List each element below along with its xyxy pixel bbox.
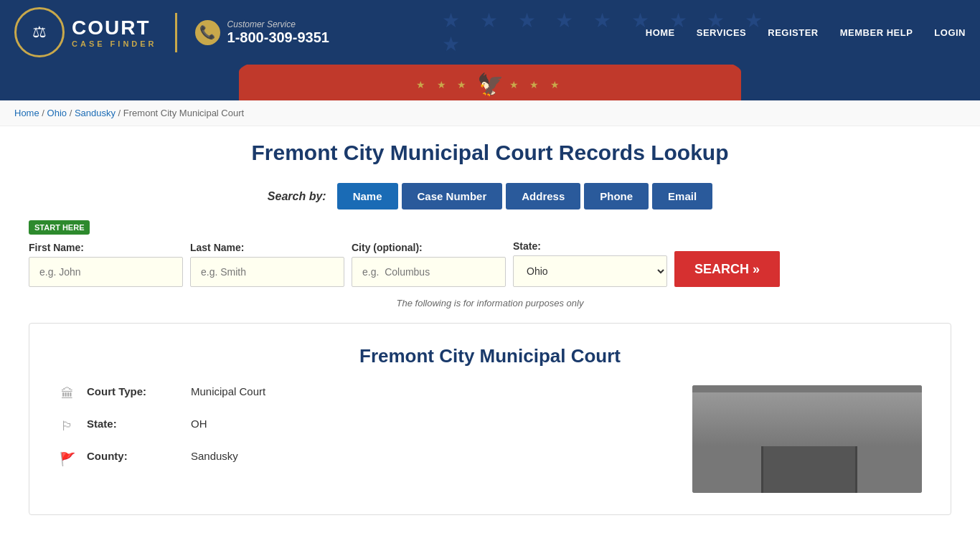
eagle-icon: 🦅	[477, 72, 504, 97]
city-label: City (optional):	[352, 242, 506, 253]
tab-email[interactable]: Email	[652, 183, 712, 209]
court-type-icon: 🏛	[58, 387, 76, 402]
logo-text: COURT CASE FINDER	[72, 17, 157, 48]
state-label-detail: State:	[87, 418, 180, 430]
city-group: City (optional):	[352, 242, 506, 287]
state-select[interactable]: Ohio Alabama Alaska Arizona California	[513, 255, 667, 287]
county-label: County:	[87, 450, 180, 462]
start-here-badge: START HERE	[29, 220, 90, 235]
stars-left: ★ ★ ★	[416, 79, 471, 90]
detail-row-type: 🏛 Court Type: Municipal Court	[58, 385, 664, 402]
breadcrumb-home[interactable]: Home	[14, 108, 39, 118]
building-image	[692, 385, 922, 493]
nav-login[interactable]: LOGIN	[934, 27, 966, 38]
court-type-label: Court Type:	[87, 385, 180, 397]
breadcrumb-sandusky[interactable]: Sandusky	[75, 108, 116, 118]
site-header: ⚖ COURT CASE FINDER 📞 Customer Service 1…	[0, 0, 980, 65]
page-title: Fremont City Municipal Court Records Loo…	[29, 141, 951, 165]
detail-row-county: 🚩 County: Sandusky	[58, 450, 664, 467]
tab-address[interactable]: Address	[506, 183, 580, 209]
court-info-box: Fremont City Municipal Court 🏛 Court Typ…	[29, 323, 951, 515]
first-name-input[interactable]	[29, 257, 183, 287]
court-details: 🏛 Court Type: Municipal Court 🏳 State: O…	[58, 385, 922, 493]
county-icon: 🚩	[58, 451, 76, 467]
breadcrumb: Home / Ohio / Sandusky / Fremont City Mu…	[0, 100, 980, 126]
search-button[interactable]: SEARCH »	[674, 251, 780, 287]
search-by-row: Search by: Name Case Number Address Phon…	[29, 183, 951, 209]
last-name-label: Last Name:	[190, 242, 344, 253]
main-content: Fremont City Municipal Court Records Loo…	[0, 126, 980, 529]
search-form: First Name: Last Name: City (optional): …	[29, 240, 951, 287]
first-name-group: First Name:	[29, 242, 183, 287]
main-nav: HOME SERVICES REGISTER MEMBER HELP LOGIN	[646, 27, 966, 38]
cs-text: Customer Service 1-800-309-9351	[227, 19, 329, 46]
court-details-left: 🏛 Court Type: Municipal Court 🏳 State: O…	[58, 385, 664, 493]
logo-icon: ⚖	[14, 7, 65, 57]
state-group: State: Ohio Alabama Alaska Arizona Calif…	[513, 240, 667, 287]
detail-row-state: 🏳 State: OH	[58, 418, 664, 434]
customer-service: 📞 Customer Service 1-800-309-9351	[195, 19, 329, 46]
state-value: OH	[191, 418, 207, 430]
nav-register[interactable]: REGISTER	[768, 27, 818, 38]
court-info-title: Fremont City Municipal Court	[58, 345, 922, 367]
nav-home[interactable]: HOME	[646, 27, 675, 38]
red-arc-divider: ★ ★ ★ 🦅 ★ ★ ★	[0, 65, 980, 100]
logo-divider	[175, 13, 177, 52]
court-type-value: Municipal Court	[191, 385, 265, 397]
eagle-center: ★ ★ ★ 🦅 ★ ★ ★	[416, 72, 565, 97]
phone-icon: 📞	[195, 20, 220, 45]
city-input[interactable]	[352, 257, 506, 287]
nav-services[interactable]: SERVICES	[697, 27, 747, 38]
cs-phone: 1-800-309-9351	[227, 29, 329, 46]
breadcrumb-ohio[interactable]: Ohio	[47, 108, 67, 118]
cs-label: Customer Service	[227, 19, 329, 29]
court-image	[692, 385, 922, 493]
logo-area: ⚖ COURT CASE FINDER 📞 Customer Service 1…	[14, 7, 329, 57]
first-name-label: First Name:	[29, 242, 183, 253]
state-icon: 🏳	[58, 419, 76, 434]
stars-right: ★ ★ ★	[509, 79, 565, 90]
last-name-group: Last Name:	[190, 242, 344, 287]
county-value: Sandusky	[191, 450, 238, 462]
info-note: The following is for information purpose…	[29, 298, 951, 309]
logo-title: COURT	[72, 17, 157, 39]
state-label: State:	[513, 240, 667, 252]
last-name-input[interactable]	[190, 257, 344, 287]
logo-subtitle: CASE FINDER	[72, 39, 157, 48]
tab-case-number[interactable]: Case Number	[402, 183, 503, 209]
nav-member-help[interactable]: MEMBER HELP	[840, 27, 913, 38]
breadcrumb-current: Fremont City Municipal Court	[123, 108, 244, 118]
tab-phone[interactable]: Phone	[584, 183, 649, 209]
search-by-label: Search by:	[268, 190, 326, 203]
tab-name[interactable]: Name	[337, 183, 398, 209]
